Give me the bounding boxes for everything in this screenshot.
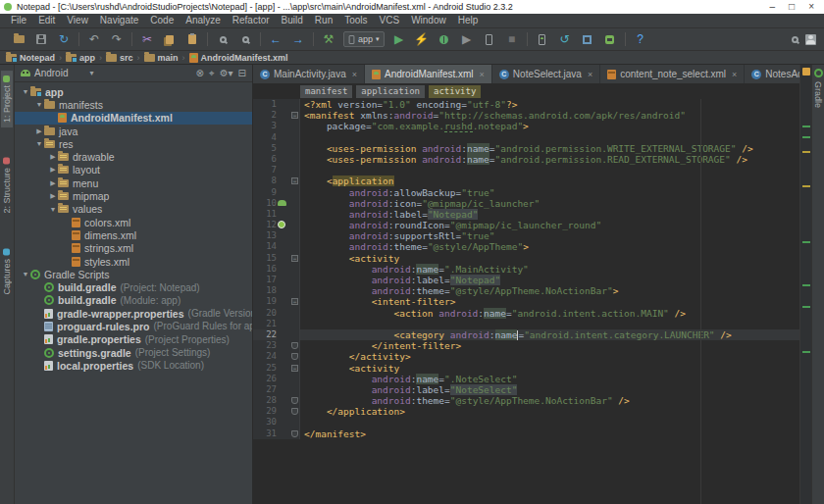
- tool-button-1-project[interactable]: 1: Project: [1, 71, 13, 127]
- tree-item-res[interactable]: ▼res: [15, 137, 252, 150]
- code-line-2[interactable]: 2−<manifest xmlns:android="http://schema…: [253, 110, 799, 121]
- inspection-status-indicator[interactable]: [802, 68, 810, 76]
- tree-expand-arrow[interactable]: ▶: [48, 192, 58, 200]
- fold-marker[interactable]: −: [289, 110, 300, 121]
- stripe-mark[interactable]: [802, 351, 810, 353]
- stripe-mark[interactable]: [802, 306, 810, 308]
- find-usages-icon[interactable]: [237, 31, 253, 47]
- copy-icon[interactable]: [162, 31, 178, 47]
- tree-item-mipmap[interactable]: ▶mipmap: [15, 189, 252, 202]
- code-line-3[interactable]: 3 package="com.example.rushd.notepad">: [253, 121, 799, 131]
- project-view-selector[interactable]: Android: [34, 68, 68, 78]
- breadcrumb-chip-activity[interactable]: activity: [429, 85, 481, 98]
- tree-item-layout[interactable]: ▶layout: [15, 164, 252, 176]
- close-tab-icon[interactable]: ×: [732, 70, 737, 79]
- tree-item-gradle-wrapper-properties[interactable]: gradle-wrapper.properties(Gradle Version…: [15, 307, 252, 320]
- tree-expand-arrow[interactable]: ▼: [21, 271, 30, 277]
- code-line-27[interactable]: 27 android:label="NoteSelect": [253, 384, 799, 395]
- sdk-manager-icon[interactable]: [602, 31, 618, 47]
- code-line-7[interactable]: 7: [253, 165, 799, 176]
- menu-window[interactable]: Window: [406, 14, 451, 27]
- editor-tab-mainactivity-java[interactable]: MainActivity.java×: [253, 65, 365, 83]
- gradle-icon[interactable]: [814, 69, 823, 77]
- code-line-6[interactable]: 6 <uses-permission android:name="android…: [253, 154, 799, 165]
- stripe-mark[interactable]: [802, 241, 810, 243]
- code-line-17[interactable]: 17 android:label="Notepad": [253, 275, 799, 285]
- menu-code[interactable]: Code: [145, 14, 179, 27]
- menu-file[interactable]: File: [6, 14, 31, 27]
- code-line-4[interactable]: 4: [253, 132, 799, 143]
- tree-item-androidmanifest-xml[interactable]: AndroidManifest.xml: [15, 112, 252, 125]
- menu-vcs[interactable]: VCS: [375, 14, 405, 27]
- fold-marker[interactable]: [289, 340, 300, 351]
- tree-expand-arrow[interactable]: ▼: [34, 140, 44, 147]
- tree-item-drawable[interactable]: ▶drawable: [15, 150, 252, 163]
- code-line-13[interactable]: 13 android:supportsRtl="true": [253, 230, 799, 241]
- tree-expand-arrow[interactable]: ▶: [48, 166, 58, 174]
- fold-marker[interactable]: −: [289, 296, 300, 307]
- tree-item-gradle-scripts[interactable]: ▼Gradle Scripts: [15, 268, 252, 280]
- code-line-24[interactable]: 24 </activity>: [253, 351, 799, 362]
- save-all-icon[interactable]: [33, 31, 49, 47]
- breadcrumb-main[interactable]: main: [144, 53, 179, 63]
- code-line-15[interactable]: 15− <activity: [253, 253, 799, 264]
- menu-navigate[interactable]: Navigate: [95, 14, 143, 27]
- gradle-sync-icon[interactable]: ↺: [557, 31, 573, 47]
- tree-item-build-gradle[interactable]: build.gradle(Module: app): [15, 294, 252, 307]
- code-line-28[interactable]: 28 android:theme="@style/AppTheme.NoActi…: [253, 395, 799, 406]
- close-button[interactable]: ×: [808, 1, 814, 13]
- editor-tab-content-note-select-xml[interactable]: content_note_select.xml×: [600, 65, 745, 83]
- close-tab-icon[interactable]: ×: [588, 70, 592, 79]
- breadcrumb-src[interactable]: src: [106, 53, 133, 63]
- tree-item-strings-xml[interactable]: strings.xml: [15, 242, 252, 255]
- stripe-mark[interactable]: [802, 136, 810, 138]
- code-line-23[interactable]: 23 </intent-filter>: [253, 340, 799, 351]
- code-line-11[interactable]: 11 android:label="Notepad": [253, 209, 799, 220]
- redo-icon[interactable]: ↷: [109, 31, 125, 47]
- tree-item-settings-gradle[interactable]: settings.gradle(Project Settings): [15, 346, 252, 359]
- stop-icon[interactable]: ■: [504, 31, 520, 47]
- cut-icon[interactable]: ✂: [139, 31, 155, 47]
- fold-marker[interactable]: [289, 406, 300, 417]
- menu-edit[interactable]: Edit: [33, 14, 60, 27]
- code-line-10[interactable]: 10 android:icon="@mipmap/ic_launcher": [253, 198, 799, 209]
- build-hammer-icon[interactable]: ⚒: [321, 31, 336, 47]
- gradle-tool-button[interactable]: Gradle: [813, 81, 823, 108]
- menu-tools[interactable]: Tools: [339, 14, 372, 27]
- menu-run[interactable]: Run: [310, 14, 337, 27]
- attach-debugger-icon[interactable]: [482, 31, 497, 47]
- maximize-button[interactable]: □: [789, 1, 795, 13]
- chevron-down-icon[interactable]: ▾: [89, 69, 93, 77]
- editor-tab-noteselect-java[interactable]: NoteSelect.java×: [492, 65, 600, 83]
- code-line-26[interactable]: 26 android:name=".NoteSelect": [253, 374, 799, 384]
- code-line-16[interactable]: 16 android:name=".MainActivity": [253, 264, 799, 275]
- code-line-18[interactable]: 18 android:theme="@style/AppTheme.NoActi…: [253, 285, 799, 296]
- paste-icon[interactable]: [184, 31, 200, 47]
- menu-build[interactable]: Build: [277, 14, 308, 27]
- tool-button-2-structure[interactable]: 2: Structure: [1, 153, 13, 219]
- run-icon[interactable]: ▶: [391, 31, 407, 47]
- tree-expand-arrow[interactable]: ▼: [34, 101, 44, 108]
- user-avatar[interactable]: [802, 31, 818, 47]
- find-icon[interactable]: [215, 31, 231, 47]
- menu-view[interactable]: View: [62, 14, 93, 27]
- breadcrumb-androidmanifest-xml[interactable]: AndroidManifest.xml: [189, 53, 288, 63]
- tree-item-styles-xml[interactable]: styles.xml: [15, 255, 252, 268]
- error-stripe-scrollbar[interactable]: [799, 65, 811, 504]
- code-line-14[interactable]: 14 android:theme="@style/AppTheme">: [253, 241, 799, 252]
- tree-item-manifests[interactable]: ▼manifests: [15, 98, 252, 111]
- stripe-mark[interactable]: [802, 185, 810, 187]
- code-line-5[interactable]: 5 <uses-permission android:name="android…: [253, 143, 799, 154]
- gutter-android-icon[interactable]: [277, 198, 289, 209]
- open-icon[interactable]: [11, 31, 26, 47]
- code-line-8[interactable]: 8− <application: [253, 176, 799, 186]
- fold-marker[interactable]: [289, 395, 300, 406]
- search-everywhere-icon[interactable]: [787, 31, 802, 47]
- instant-run-icon[interactable]: ⚡: [414, 31, 430, 47]
- stripe-mark[interactable]: [802, 284, 810, 286]
- breadcrumb-app[interactable]: app: [66, 53, 95, 63]
- stripe-mark[interactable]: [802, 126, 810, 127]
- tree-expand-arrow[interactable]: ▼: [21, 88, 30, 95]
- tree-item-gradle-properties[interactable]: gradle.properties(Project Properties): [15, 333, 252, 346]
- tree-expand-arrow[interactable]: ▶: [48, 153, 58, 161]
